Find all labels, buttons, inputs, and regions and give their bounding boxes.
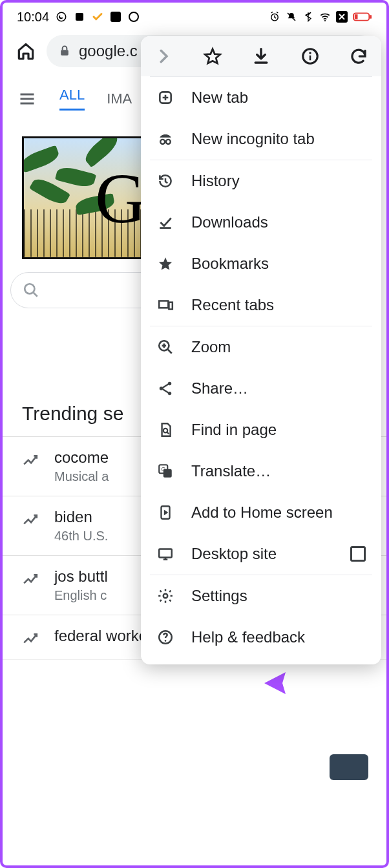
status-bar: 10:04 — [3, 3, 386, 28]
reload-button[interactable] — [348, 45, 370, 67]
menu-label: Settings — [191, 587, 247, 605]
menu-label: Bookmarks — [191, 255, 269, 273]
menu-zoom[interactable]: Zoom — [150, 326, 372, 368]
menu-label: New incognito tab — [191, 130, 315, 148]
svg-rect-10 — [370, 15, 372, 19]
menu-label: New tab — [191, 89, 248, 107]
evernote-icon — [110, 11, 121, 23]
menu-incognito[interactable]: New incognito tab — [150, 118, 372, 160]
status-time: 10:04 — [17, 10, 49, 25]
svg-point-0 — [57, 12, 66, 21]
menu-settings[interactable]: Settings — [150, 575, 372, 617]
bookmarks-icon — [156, 255, 174, 273]
info-button[interactable] — [299, 45, 321, 67]
history-icon — [156, 172, 174, 190]
menu-label: Help & feedback — [191, 628, 305, 646]
url-text: google.c — [79, 42, 138, 60]
menu-label: Recent tabs — [191, 296, 274, 314]
svg-rect-9 — [355, 14, 358, 19]
home-button[interactable] — [14, 39, 37, 63]
svg-rect-2 — [110, 12, 121, 22]
trending-icon — [22, 512, 39, 529]
svg-point-6 — [324, 20, 326, 21]
menu-label: History — [191, 172, 240, 190]
svg-rect-1 — [76, 13, 83, 21]
hamburger-icon[interactable] — [18, 90, 37, 108]
help-icon — [156, 628, 174, 646]
recent-tabs-icon — [156, 296, 174, 314]
trending-icon — [22, 631, 39, 648]
svg-line-13 — [33, 292, 37, 297]
svg-point-38 — [165, 640, 167, 642]
menu-desktop-site[interactable]: Desktop site — [150, 533, 372, 575]
menu-new-tab[interactable]: New tab — [150, 77, 372, 118]
menu-label: Share… — [191, 379, 248, 397]
tab-all[interactable]: ALL — [59, 87, 85, 111]
trending-subtitle: Musical a — [54, 469, 109, 484]
menu-downloads[interactable]: Downloads — [150, 202, 372, 243]
translate-icon: G — [156, 462, 174, 480]
bookmark-button[interactable] — [202, 45, 224, 67]
trending-icon — [22, 452, 39, 469]
bluetooth-icon — [302, 11, 314, 23]
trending-icon — [22, 571, 39, 588]
svg-point-19 — [166, 140, 171, 144]
trending-subtitle: 46th U.S. — [54, 529, 108, 544]
svg-point-3 — [129, 12, 138, 21]
svg-rect-11 — [61, 50, 68, 55]
tab-images[interactable]: IMA — [107, 90, 132, 107]
menu-history[interactable]: History — [150, 160, 372, 202]
svg-rect-22 — [169, 302, 172, 310]
trending-title-text: biden — [54, 508, 108, 526]
find-icon — [156, 421, 174, 439]
trending-title-text: jos buttl — [54, 567, 108, 586]
battery-low-icon — [353, 11, 372, 23]
menu-share[interactable]: Share… — [150, 368, 372, 409]
desktop-icon — [156, 545, 174, 563]
settings-icon — [156, 587, 174, 605]
downloads-icon — [156, 213, 174, 231]
trending-subtitle: English c — [54, 588, 108, 603]
menu-label: Desktop site — [191, 545, 277, 563]
google-doodle[interactable]: G — [22, 136, 151, 259]
new-tab-icon — [156, 89, 174, 107]
desktop-site-checkbox[interactable] — [350, 546, 366, 562]
menu-bookmarks[interactable]: Bookmarks — [150, 243, 372, 284]
menu-label: Zoom — [191, 338, 231, 356]
wifi-icon — [319, 11, 331, 23]
download-button[interactable] — [250, 45, 272, 67]
app-icon — [74, 11, 85, 23]
forward-button[interactable] — [152, 45, 174, 67]
svg-rect-16 — [309, 56, 311, 61]
whatsapp-icon — [56, 11, 67, 23]
no-sim-icon — [336, 11, 348, 23]
incognito-icon — [156, 130, 174, 148]
check-icon — [92, 11, 103, 23]
svg-rect-33 — [159, 549, 172, 557]
svg-rect-21 — [159, 301, 168, 308]
svg-point-12 — [25, 284, 34, 293]
circle-icon — [128, 11, 140, 23]
search-icon — [23, 282, 39, 299]
browser-menu: New tab New incognito tab History Downlo… — [141, 36, 381, 664]
trending-title-text: cocome — [54, 449, 109, 467]
svg-point-36 — [163, 594, 168, 598]
svg-point-18 — [160, 140, 165, 144]
share-icon — [156, 379, 174, 397]
trending-thumbnail — [330, 754, 368, 780]
menu-label: Translate… — [191, 462, 271, 480]
lock-icon — [58, 45, 71, 58]
menu-label: Downloads — [191, 213, 268, 231]
menu-translate[interactable]: G Translate… — [150, 450, 372, 492]
menu-add-home[interactable]: Add to Home screen — [150, 492, 372, 533]
add-home-icon — [156, 503, 174, 522]
menu-help[interactable]: Help & feedback — [150, 617, 372, 658]
menu-label: Add to Home screen — [191, 503, 333, 522]
mute-icon — [286, 11, 297, 23]
menu-find-in-page[interactable]: Find in page — [150, 409, 372, 450]
svg-text:G: G — [162, 466, 166, 472]
svg-point-15 — [309, 52, 311, 54]
alarm-icon — [269, 11, 280, 23]
menu-recent-tabs[interactable]: Recent tabs — [150, 284, 372, 326]
svg-line-28 — [167, 432, 169, 434]
